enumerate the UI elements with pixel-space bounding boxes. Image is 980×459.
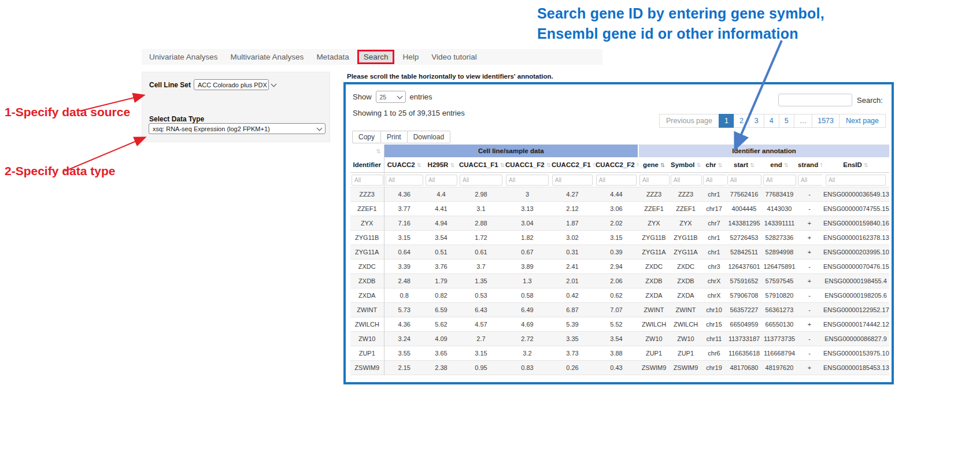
cell: 56357227 (726, 303, 762, 317)
column-header-cuacc1-f2[interactable]: CUACC1_F2⇅ (504, 157, 550, 173)
column-header-chr[interactable]: chr⇅ (702, 157, 726, 173)
filter-input-h295r[interactable] (426, 175, 457, 186)
cell: 143391111 (762, 216, 797, 231)
copy-button[interactable]: Copy (352, 131, 381, 143)
sort-icon[interactable]: ⇅ (864, 162, 868, 168)
filter-cell-strand (797, 173, 822, 187)
column-header-cuacc1-f1[interactable]: CUACC1_F1⇅ (458, 157, 504, 173)
sort-icon[interactable]: ⇅ (660, 162, 665, 168)
filter-cell-chr (702, 173, 726, 187)
cell: chr1 (702, 245, 726, 260)
data-type-select[interactable]: xsq: RNA-seq Expression (log2 FPKM+1) (149, 123, 326, 134)
cell: ZWINT (670, 303, 702, 317)
column-header-symbol[interactable]: Symbol⇅ (670, 157, 702, 173)
cell-line-set-label: Cell Line Set (149, 81, 191, 89)
sort-icon[interactable]: ⇅ (450, 162, 454, 168)
filter-input-symbol[interactable] (671, 175, 702, 186)
page-button-4[interactable]: 4 (764, 114, 779, 128)
nav-item-univariate-analyses[interactable]: Univariate Analyses (143, 53, 224, 61)
table-search-input[interactable] (778, 94, 852, 106)
filter-input-identifier[interactable] (352, 175, 383, 186)
filter-input-cuacc2[interactable] (386, 175, 423, 186)
filter-input-gene[interactable] (639, 175, 670, 186)
data-type-label: Select Data Type (149, 115, 204, 123)
filter-input-ensid[interactable] (826, 175, 886, 186)
column-header-strand[interactable]: strand⇅ (797, 157, 822, 173)
filter-cell-cuacc2 (384, 173, 424, 187)
column-header-h295r[interactable]: H295R⇅ (424, 157, 458, 173)
cell-line-set-select[interactable]: ACC Colorado plus PDX (194, 79, 269, 90)
column-label: CUACC2_F1 (552, 161, 591, 168)
column-header-cuacc2-f2[interactable]: CUACC2_F2⇅ (594, 157, 638, 173)
cell: ZZZ3 (670, 187, 702, 202)
column-header-start[interactable]: start⇅ (726, 157, 762, 173)
cell: ENSG00000036549.13 (822, 187, 889, 202)
sort-icon[interactable]: ⇅ (417, 162, 421, 168)
page-button-3[interactable]: 3 (749, 114, 764, 128)
cell: 4004445 (726, 202, 762, 216)
filter-input-cuacc2-f1[interactable] (552, 175, 593, 186)
filter-cell-cuacc1-f2 (504, 173, 550, 187)
table-row: ZW103.244.092.72.723.353.54ZW10ZW10chr11… (350, 332, 889, 346)
cell: 4.44 (594, 187, 638, 202)
table-wrapper: ⇅Cell line/sample dataIdentifier annotat… (350, 145, 889, 375)
filter-input-end[interactable] (763, 175, 796, 186)
cell: 3.54 (594, 332, 638, 346)
cell: + (797, 274, 822, 288)
page-button-previous[interactable]: Previous page (659, 114, 719, 128)
page-button-1[interactable]: 1 (719, 114, 734, 128)
sort-icon[interactable]: ⇅ (593, 162, 594, 168)
table-row: ZXDB2.481.791.351.32.012.06ZXDBZXDBchrX5… (350, 274, 889, 288)
page-length-select[interactable]: 25 (376, 91, 406, 103)
page-button-5[interactable]: 5 (779, 114, 794, 128)
sort-icon[interactable]: ⇅ (546, 162, 550, 168)
nav-item-search[interactable]: Search (357, 50, 395, 64)
column-header-identifier[interactable]: Identifier (350, 157, 384, 173)
cell: ZUP1 (638, 346, 670, 361)
cell: 7.07 (594, 303, 638, 317)
nav-item-multivariate-analyses[interactable]: Multivariate Analyses (224, 53, 310, 61)
cell: 57906708 (726, 288, 762, 303)
filter-input-cuacc2-f2[interactable] (596, 175, 637, 186)
column-label: CUACC2 (387, 161, 415, 168)
column-label: start (734, 161, 748, 168)
column-header-end[interactable]: end⇅ (762, 157, 797, 173)
cell: 3.76 (424, 260, 458, 274)
sort-icon[interactable]: ⇅ (500, 162, 504, 168)
nav-item-video-tutorial[interactable]: Video tutorial (425, 53, 483, 61)
page-button-1573[interactable]: 1573 (812, 114, 840, 128)
scroll-note: Please scroll the table horizontally to … (347, 73, 553, 80)
download-button[interactable]: Download (407, 131, 450, 143)
cell: 1.3 (504, 274, 550, 288)
cell: 2.15 (384, 361, 424, 375)
cell: 4.4 (424, 187, 458, 202)
sort-icon[interactable]: ⇅ (820, 162, 822, 168)
cell: 113733187 (726, 332, 762, 346)
sort-icon[interactable]: ⇅ (784, 162, 789, 168)
column-header-cuacc2[interactable]: CUACC2⇅ (384, 157, 424, 173)
column-label: CUACC2_F2 (596, 161, 635, 168)
column-header-cuacc2-f1[interactable]: CUACC2_F1⇅ (550, 157, 594, 173)
column-header-gene[interactable]: gene⇅ (638, 157, 670, 173)
cell: 3.55 (384, 346, 424, 361)
cell: ZSWIM9 (670, 361, 702, 375)
chevron-down-icon (397, 93, 402, 99)
sort-icon[interactable]: ⇅ (637, 162, 638, 168)
sort-icon[interactable]: ⇅ (750, 162, 755, 168)
table-row: ZUP13.553.653.153.23.733.88ZUP1ZUP1chr61… (350, 346, 889, 361)
nav-item-metadata[interactable]: Metadata (310, 53, 355, 61)
page-button-2[interactable]: 2 (734, 114, 749, 128)
filter-input-cuacc1-f2[interactable] (506, 175, 549, 186)
filter-input-strand[interactable] (798, 175, 822, 186)
nav-item-help[interactable]: Help (396, 53, 425, 61)
filter-input-cuacc1-f1[interactable] (460, 175, 502, 186)
cell: 3.15 (384, 231, 424, 245)
filter-input-chr[interactable] (703, 175, 726, 186)
print-button[interactable]: Print (380, 131, 408, 143)
filter-cell-identifier (350, 173, 384, 187)
sort-icon[interactable]: ⇅ (697, 162, 701, 168)
sort-icon[interactable]: ⇅ (718, 162, 722, 168)
page-button-next[interactable]: Next page (839, 114, 886, 128)
column-header-ensid[interactable]: EnsID⇅ (822, 157, 889, 173)
filter-input-start[interactable] (727, 175, 761, 186)
